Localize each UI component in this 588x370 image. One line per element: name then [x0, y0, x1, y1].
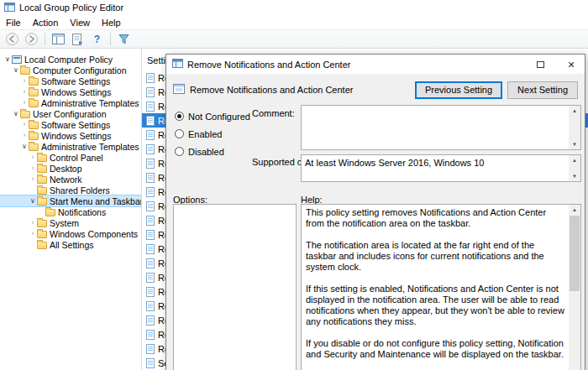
tree-expander-icon[interactable]: ›: [29, 217, 37, 228]
tree-item-windows-components[interactable]: ›Windows Components: [0, 228, 141, 239]
tree-expander-icon[interactable]: ∨: [20, 141, 29, 152]
policy-setting-icon: [146, 130, 155, 140]
tree-item-user-configuration[interactable]: ∨User Configuration: [0, 108, 141, 119]
tree-view: ∨Local Computer Policy∨Computer Configur…: [0, 49, 142, 370]
help-icon[interactable]: ?: [88, 31, 106, 47]
tree-item-start-menu-and-taskbar[interactable]: ∨Start Menu and Taskbar: [0, 195, 141, 206]
tree-expander-icon[interactable]: ›: [29, 163, 37, 174]
tree-item-label: Local Computer Policy: [24, 55, 114, 65]
previous-setting-button[interactable]: Previous Setting: [415, 81, 502, 99]
tree-item-label: Windows Settings: [41, 87, 113, 97]
tree-expander-icon[interactable]: ›: [20, 97, 29, 108]
menu-file[interactable]: File: [0, 18, 27, 28]
menu-action[interactable]: Action: [27, 18, 65, 28]
comment-input[interactable]: ▲ ▼: [301, 105, 581, 150]
tree-expander-icon[interactable]: ›: [20, 130, 29, 141]
tree-expander-icon[interactable]: ∨: [12, 108, 20, 119]
local-group-policy-editor-window: Local Group Policy Editor File Action Vi…: [0, 0, 588, 49]
radio-disabled[interactable]: Disabled: [175, 145, 250, 158]
tree-expander-icon[interactable]: ∨: [3, 54, 12, 65]
dialog-header: Remove Notifications and Action Center P…: [173, 80, 578, 100]
radio-label: Disabled: [188, 147, 224, 157]
tree-expander-icon[interactable]: ›: [29, 152, 37, 163]
tree-item-system[interactable]: ›System: [0, 217, 141, 228]
tree-item-notifications[interactable]: Notifications: [0, 206, 141, 217]
policy-setting-icon: [146, 159, 155, 169]
supported-scrollbar[interactable]: ▲ ▼: [569, 155, 580, 181]
tree-item-label: Start Menu and Taskbar: [50, 196, 142, 206]
folder-icon: [29, 143, 39, 151]
tree-expander-icon[interactable]: ›: [29, 228, 37, 239]
tree-item-windows-settings[interactable]: ›Windows Settings: [0, 130, 141, 141]
tree-expander-icon[interactable]: ›: [20, 86, 29, 97]
radio-enabled[interactable]: Enabled: [175, 128, 250, 140]
tree-item-label: Windows Components: [50, 229, 139, 239]
tree-item-all-settings[interactable]: All Settings: [0, 239, 141, 250]
tree-item-label: Software Settings: [41, 76, 112, 86]
close-button[interactable]: ×: [558, 55, 585, 74]
folder-icon: [29, 78, 39, 86]
tree-item-software-settings[interactable]: ›Software Settings: [0, 119, 141, 130]
tree-expander-icon[interactable]: ›: [20, 76, 29, 86]
menu-help[interactable]: Help: [96, 18, 127, 28]
comment-label: Comment:: [252, 108, 295, 118]
tree-item-administrative-templates[interactable]: ›Administrative Templates: [0, 97, 141, 108]
tree-item-computer-configuration[interactable]: ∨Computer Configuration: [0, 65, 141, 76]
tree-item-network[interactable]: ›Network: [0, 174, 141, 185]
export-list-icon[interactable]: [69, 31, 87, 47]
tree-expander-icon[interactable]: ›: [20, 119, 29, 130]
policy-setting-icon: [146, 87, 155, 97]
tree-expander-icon[interactable]: ∨: [29, 195, 37, 206]
menu-view[interactable]: View: [64, 18, 96, 28]
radio-dot: [177, 114, 181, 118]
tree-item-windows-settings[interactable]: ›Windows Settings: [0, 86, 141, 97]
radio-not-configured[interactable]: Not Configured: [175, 110, 250, 122]
forward-icon[interactable]: [23, 31, 40, 47]
radio-label: Not Configured: [188, 112, 250, 122]
back-icon[interactable]: [3, 31, 21, 47]
tree-item-label: Shared Folders: [50, 185, 112, 195]
tree-item-desktop[interactable]: ›Desktop: [0, 163, 141, 174]
policy-setting-icon: [146, 258, 155, 268]
tree-item-administrative-templates[interactable]: ∨Administrative Templates: [0, 141, 141, 152]
toolbar: ?: [0, 29, 588, 49]
scrollbar-thumb[interactable]: [570, 216, 580, 291]
console-tree-icon[interactable]: [50, 31, 67, 47]
policy-setting-icon: [146, 144, 155, 154]
folder-icon: [29, 133, 39, 140]
policy-setting-icon: [146, 273, 155, 283]
help-text: This policy setting removes Notification…: [306, 207, 565, 370]
dialog-icon: [172, 59, 183, 70]
scroll-up-icon[interactable]: ▲: [572, 155, 577, 165]
tree-expander-icon[interactable]: ∨: [12, 65, 20, 76]
folder-icon: [37, 198, 47, 206]
policy-setting-icon: [146, 173, 155, 183]
tree-item-control-panel[interactable]: ›Control Panel: [0, 152, 141, 163]
folder-icon: [37, 154, 47, 162]
policy-setting-icon: [146, 344, 155, 354]
policy-name: Remove Notifications and Action Center: [190, 85, 410, 95]
policy-setting-icon: [146, 216, 155, 226]
comment-scrollbar[interactable]: ▲ ▼: [569, 106, 580, 149]
scroll-up-icon[interactable]: ▲: [572, 106, 577, 116]
tree-item-software-settings[interactable]: ›Software Settings: [0, 76, 141, 86]
policy-setting-icon: [146, 102, 155, 112]
help-paragraph: If you disable or do not configure this …: [306, 338, 565, 360]
scroll-up-icon[interactable]: ▲: [572, 205, 577, 215]
tree-item-label: User Configuration: [33, 109, 108, 119]
maximize-button[interactable]: [527, 55, 554, 74]
filter-icon[interactable]: [115, 31, 133, 47]
radio-button-icon: [175, 112, 184, 121]
radio-button-icon: [175, 147, 184, 156]
scroll-down-icon[interactable]: ▼: [572, 139, 577, 149]
scroll-down-icon[interactable]: ▼: [572, 171, 577, 181]
tree-item-local-computer-policy[interactable]: ∨Local Computer Policy: [0, 54, 141, 65]
policy-setting-dialog: Remove Notifications and Action Center ×…: [165, 54, 585, 370]
tree-item-label: Administrative Templates: [41, 142, 141, 152]
help-panel: This policy setting removes Notification…: [301, 204, 581, 370]
tree-item-shared-folders[interactable]: Shared Folders: [0, 185, 141, 195]
help-scrollbar[interactable]: ▲ ▼: [569, 205, 580, 370]
folder-icon: [37, 187, 47, 195]
next-setting-button[interactable]: Next Setting: [507, 81, 578, 99]
tree-expander-icon[interactable]: ›: [29, 174, 37, 185]
